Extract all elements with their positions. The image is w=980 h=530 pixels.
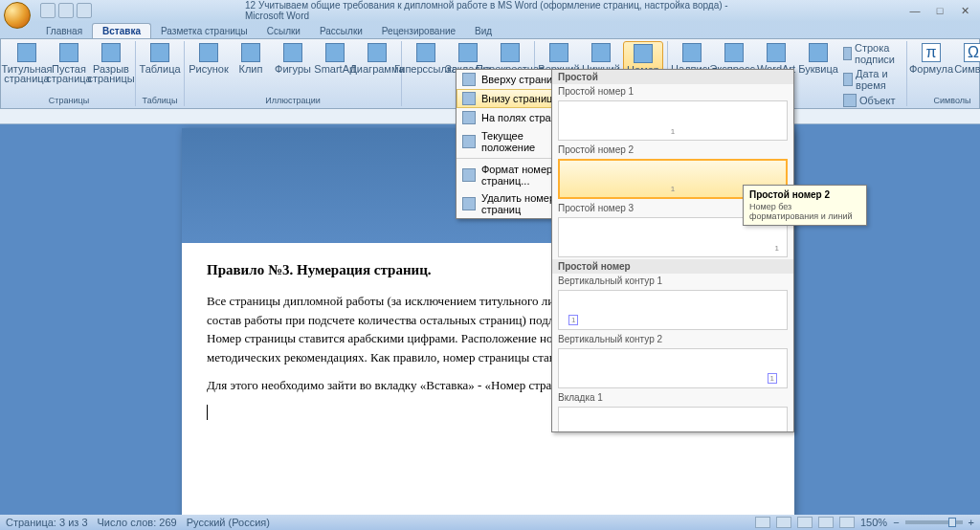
remove-icon <box>462 197 476 210</box>
clipart-button[interactable]: Клип <box>231 41 271 96</box>
omega-icon: Ω <box>964 43 980 62</box>
gallery-item-vertical-2[interactable]: 1 <box>558 348 788 388</box>
office-button[interactable] <box>4 2 31 29</box>
chart-icon <box>368 43 387 62</box>
gallery-item-simple-1[interactable]: 1 <box>558 100 788 141</box>
tab-home[interactable]: Главная <box>36 24 92 38</box>
bookmark-icon <box>458 43 478 62</box>
group-pages: Титульная страница Пустая страница Разры… <box>3 41 136 106</box>
tooltip-body: Номер без форматирования и линий <box>749 202 860 221</box>
save-icon[interactable] <box>40 3 56 18</box>
gallery-section-header: Простой <box>552 70 793 84</box>
maximize-button[interactable]: □ <box>928 4 951 17</box>
picture-button[interactable]: Рисунок <box>189 41 229 96</box>
tab-references[interactable]: Ссылки <box>257 24 310 38</box>
page-break-button[interactable]: Разрыв страницы <box>91 41 131 96</box>
symbol-button[interactable]: ΩСимвол <box>953 41 980 96</box>
group-illustrations: Рисунок Клип Фигуры SmartArt Диаграмма И… <box>185 41 402 106</box>
status-page[interactable]: Страница: 3 из 3 <box>6 517 88 528</box>
view-outline[interactable] <box>818 517 834 528</box>
status-words[interactable]: Число слов: 269 <box>98 517 177 528</box>
group-tables: Таблица Таблицы <box>136 41 185 106</box>
tab-review[interactable]: Рецензирование <box>372 24 465 38</box>
minimize-button[interactable]: — <box>903 4 926 17</box>
statusbar: Страница: 3 из 3 Число слов: 269 Русский… <box>0 515 980 530</box>
dropcap-icon <box>809 43 828 62</box>
pos-icon <box>462 135 476 148</box>
tab-mailings[interactable]: Рассылки <box>310 24 372 38</box>
page-icon <box>17 43 36 62</box>
link-icon <box>416 43 435 62</box>
header-icon <box>549 43 568 62</box>
hyperlink-button[interactable]: Гиперссылка <box>406 41 446 96</box>
smartart-icon <box>325 43 345 62</box>
gallery-item-label: Простой номер 2 <box>552 143 793 157</box>
table-icon <box>150 43 169 62</box>
tab-layout[interactable]: Разметка страницы <box>151 24 257 38</box>
gallery-item-label: Простой номер 1 <box>552 84 793 99</box>
picture-icon <box>199 43 218 62</box>
obj-icon <box>843 94 857 107</box>
zoom-out[interactable]: − <box>893 517 899 528</box>
page-icon <box>59 43 78 62</box>
gallery-item-label: Вертикальный контур 1 <box>552 274 793 288</box>
gallery-item-vertical-1[interactable]: 1 <box>558 290 788 330</box>
bottom-icon <box>462 92 476 105</box>
redo-icon[interactable] <box>77 3 92 18</box>
margin-icon <box>462 111 476 124</box>
dropcap-button[interactable]: Буквица <box>798 41 838 108</box>
textbox-icon <box>682 43 702 62</box>
zoom-slider[interactable] <box>905 520 963 524</box>
view-reading[interactable] <box>776 517 791 528</box>
top-icon <box>462 73 476 86</box>
gallery-item-label: Вкладка 1 <box>552 390 793 405</box>
status-lang[interactable]: Русский (Россия) <box>187 517 270 528</box>
close-button[interactable]: ✕ <box>953 4 976 17</box>
blank-page-button[interactable]: Пустая страница <box>49 41 89 96</box>
text-cursor <box>207 405 208 420</box>
undo-icon[interactable] <box>58 3 74 18</box>
pagenum-icon <box>634 44 653 63</box>
clip-icon <box>241 43 260 62</box>
ribbon-tabs: Главная Вставка Разметка страницы Ссылки… <box>0 21 980 38</box>
crossref-icon <box>501 43 520 62</box>
datetime-button[interactable]: Дата и время <box>840 67 902 92</box>
chart-button[interactable]: Диаграмма <box>357 41 397 96</box>
tab-insert[interactable]: Вставка <box>92 23 151 38</box>
sig-icon <box>843 47 852 60</box>
zoom-in[interactable]: + <box>969 517 974 528</box>
gallery-item-tab-1[interactable]: 1 <box>558 407 788 432</box>
view-web[interactable] <box>797 517 813 528</box>
zoom-level[interactable]: 150% <box>860 517 887 528</box>
blocks-icon <box>724 43 744 62</box>
signature-line-button[interactable]: Строка подписи <box>840 41 902 66</box>
tooltip: Простой номер 2 Номер без форматирования… <box>743 185 867 226</box>
page-number-gallery: Простой Простой номер 1 1 Простой номер … <box>551 69 794 432</box>
window-title: 12 Учитываем общие требования к дипломно… <box>245 0 735 21</box>
tab-view[interactable]: Вид <box>465 24 501 38</box>
quick-access-toolbar <box>40 3 92 18</box>
break-icon <box>101 43 121 62</box>
shapes-icon <box>283 43 302 62</box>
tooltip-title: Простой номер 2 <box>749 189 860 200</box>
equation-button[interactable]: πФормула <box>911 41 951 96</box>
gallery-item-label: Вертикальный контур 2 <box>552 332 793 346</box>
shapes-button[interactable]: Фигуры <box>273 41 313 96</box>
pi-icon: π <box>922 43 941 62</box>
zoom-thumb[interactable] <box>948 518 956 527</box>
view-draft[interactable] <box>839 517 855 528</box>
cover-page-button[interactable]: Титульная страница <box>7 41 47 96</box>
titlebar: 12 Учитываем общие требования к дипломно… <box>0 0 980 21</box>
date-icon <box>843 73 853 86</box>
footer-icon <box>591 43 611 62</box>
group-symbols: πФормула ΩСимвол Символы <box>907 41 980 106</box>
object-button[interactable]: Объект <box>840 93 902 108</box>
format-icon <box>462 168 476 182</box>
gallery-section-header: Простой номер <box>552 259 793 274</box>
table-button[interactable]: Таблица <box>140 41 180 96</box>
wordart-icon <box>767 43 786 62</box>
view-print-layout[interactable] <box>755 517 770 528</box>
